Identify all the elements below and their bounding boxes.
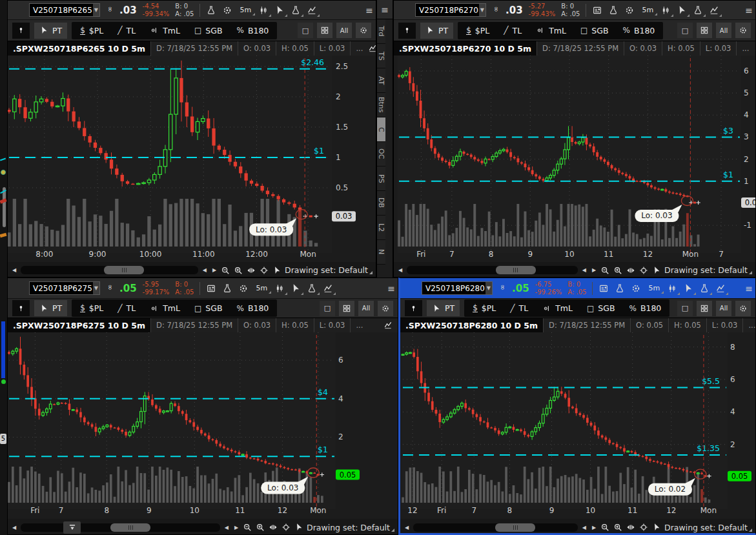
scroll-left-icon[interactable]: ◀ bbox=[11, 267, 17, 273]
maximize-button[interactable]: □ bbox=[298, 23, 313, 38]
axis-settings-icon[interactable] bbox=[368, 41, 376, 56]
side-tab-trd[interactable]: Trd bbox=[377, 19, 385, 44]
trendline-button[interactable]: ╱TL bbox=[110, 23, 143, 39]
b180-button[interactable]: %B180 bbox=[622, 300, 668, 316]
scrollbar[interactable] bbox=[413, 523, 578, 532]
trendline-button[interactable]: ╱TL bbox=[496, 23, 529, 39]
expand-horizontal-icon[interactable] bbox=[247, 266, 256, 275]
sgb-button[interactable]: □SGB bbox=[187, 23, 230, 39]
zoom-out-icon[interactable] bbox=[243, 523, 252, 532]
scroll-left-icon[interactable]: ◀ bbox=[11, 525, 17, 530]
axis-settings-icon[interactable] bbox=[383, 318, 398, 332]
price-chart[interactable]: 8642$5.5$1.3512Fri789101112Mon0.05Lo: 0.… bbox=[400, 332, 756, 517]
side-tab-n[interactable]: N bbox=[377, 240, 385, 265]
link-icon[interactable]: ∞ bbox=[106, 6, 114, 14]
studies-flask-icon[interactable] bbox=[608, 5, 618, 15]
scroll-left-icon[interactable]: ◀ bbox=[397, 267, 404, 273]
timeline-button[interactable]: TmL bbox=[535, 300, 580, 316]
step-left-icon[interactable]: ◀ bbox=[223, 525, 230, 530]
pattern-icon[interactable] bbox=[323, 283, 333, 294]
news-icon[interactable] bbox=[592, 5, 602, 15]
trendline-button[interactable]: ╱TL bbox=[110, 300, 143, 316]
sgb-button[interactable]: □SGB bbox=[580, 300, 622, 316]
crosshair-icon[interactable] bbox=[639, 523, 648, 532]
list-menu-icon[interactable]: ≡ bbox=[365, 5, 373, 15]
settings-gear-icon[interactable] bbox=[238, 283, 249, 294]
chevron-down-icon[interactable]: ▼ bbox=[485, 282, 492, 294]
list-menu-icon[interactable]: ≡ bbox=[387, 283, 395, 294]
pointer-icon[interactable] bbox=[294, 523, 303, 532]
news-icon[interactable] bbox=[598, 283, 609, 294]
scroll-left-icon[interactable]: ◀ bbox=[404, 525, 410, 530]
step-right-icon[interactable]: ▶ bbox=[591, 267, 597, 273]
toolbar-gear-button[interactable] bbox=[378, 301, 393, 316]
toolbar-gear-button[interactable] bbox=[356, 23, 371, 38]
timeframe-button[interactable]: 5m bbox=[254, 284, 269, 292]
maximize-button[interactable]: □ bbox=[677, 301, 693, 316]
pointer-icon[interactable] bbox=[272, 266, 281, 275]
list-menu-icon[interactable]: ≡ bbox=[745, 5, 753, 15]
cursor-tool-icon[interactable] bbox=[274, 5, 285, 15]
step-left-icon[interactable]: ◀ bbox=[581, 267, 587, 273]
pt-tool-button[interactable]: PT bbox=[420, 23, 453, 39]
b180-button[interactable]: %B180 bbox=[229, 300, 276, 316]
step-right-icon[interactable]: ▶ bbox=[233, 525, 240, 530]
chevron-down-icon[interactable]: ▼ bbox=[478, 4, 485, 16]
timeline-button[interactable]: TmL bbox=[143, 23, 187, 39]
pt-tool-button[interactable]: PT bbox=[427, 300, 460, 316]
timeframe-button[interactable]: 5m bbox=[647, 284, 661, 292]
zoom-in-icon[interactable] bbox=[256, 523, 265, 532]
timeframe-button[interactable]: 5m bbox=[640, 6, 655, 14]
pin-button[interactable] bbox=[405, 300, 422, 316]
news-icon[interactable] bbox=[206, 283, 216, 294]
pt-tool-button[interactable]: PT bbox=[34, 23, 67, 39]
side-tab-at[interactable]: AT bbox=[377, 68, 385, 93]
all-button[interactable]: All bbox=[716, 23, 731, 38]
zoom-out-icon[interactable] bbox=[600, 266, 609, 275]
side-tab-db[interactable]: DB bbox=[377, 191, 385, 216]
jump-to-end-button[interactable] bbox=[63, 521, 81, 534]
scrollbar[interactable] bbox=[407, 266, 578, 274]
studies-flask2-icon[interactable] bbox=[693, 5, 703, 15]
scrollbar-thumb[interactable] bbox=[104, 266, 144, 274]
sgb-button[interactable]: □SGB bbox=[573, 23, 616, 39]
expand-horizontal-icon[interactable] bbox=[269, 523, 278, 532]
zoom-out-icon[interactable] bbox=[221, 266, 230, 275]
zoom-out-icon[interactable] bbox=[600, 523, 609, 532]
chevron-down-icon[interactable]: ▼ bbox=[92, 4, 99, 16]
chevron-down-icon[interactable]: ▼ bbox=[92, 282, 99, 294]
toolbar-gear-button[interactable] bbox=[735, 301, 751, 316]
settings-gear-icon[interactable] bbox=[222, 5, 232, 15]
chart-more[interactable]: ... bbox=[350, 41, 368, 56]
crosshair-icon[interactable] bbox=[260, 266, 269, 275]
expand-horizontal-icon[interactable] bbox=[626, 523, 635, 532]
zoom-in-icon[interactable] bbox=[234, 266, 243, 275]
studies-flask2-icon[interactable] bbox=[291, 5, 301, 15]
trendline-button[interactable]: ╱TL bbox=[503, 300, 535, 316]
spl-button[interactable]: $$PL bbox=[459, 23, 496, 39]
drawing-set-selector[interactable]: Drawing set: Default bbox=[664, 523, 752, 532]
symbol-input[interactable]: V250718P6270 ▼ bbox=[415, 3, 486, 17]
step-left-icon[interactable]: ◀ bbox=[581, 525, 587, 530]
step-right-icon[interactable]: ▶ bbox=[591, 525, 597, 530]
scrollbar[interactable] bbox=[21, 266, 198, 274]
maximize-button[interactable]: □ bbox=[677, 23, 693, 38]
scrollbar[interactable] bbox=[21, 523, 220, 532]
studies-flask-icon[interactable] bbox=[206, 5, 216, 15]
grid-layout-button[interactable] bbox=[339, 301, 354, 316]
price-chart[interactable]: 642$4$1Fri789101112Mon0.05Lo: 0.03 bbox=[8, 332, 398, 517]
timeframe-button[interactable]: 5m bbox=[238, 6, 252, 14]
pattern-icon[interactable] bbox=[307, 5, 317, 15]
side-tab-ps[interactable]: PS bbox=[377, 167, 385, 191]
step-right-icon[interactable]: ▶ bbox=[211, 267, 218, 273]
side-tab-btns[interactable]: Btns bbox=[377, 93, 385, 117]
pt-tool-button[interactable]: PT bbox=[34, 300, 67, 316]
grid-layout-button[interactable] bbox=[317, 23, 332, 38]
pin-button[interactable] bbox=[12, 23, 30, 39]
maximize-button[interactable]: □ bbox=[320, 301, 335, 316]
chart-style-icon[interactable] bbox=[660, 5, 671, 15]
studies-flask2-icon[interactable] bbox=[307, 283, 317, 294]
settings-gear-icon[interactable] bbox=[631, 283, 641, 294]
side-tab-oc[interactable]: OC bbox=[377, 142, 385, 167]
crosshair-icon[interactable] bbox=[281, 523, 291, 532]
